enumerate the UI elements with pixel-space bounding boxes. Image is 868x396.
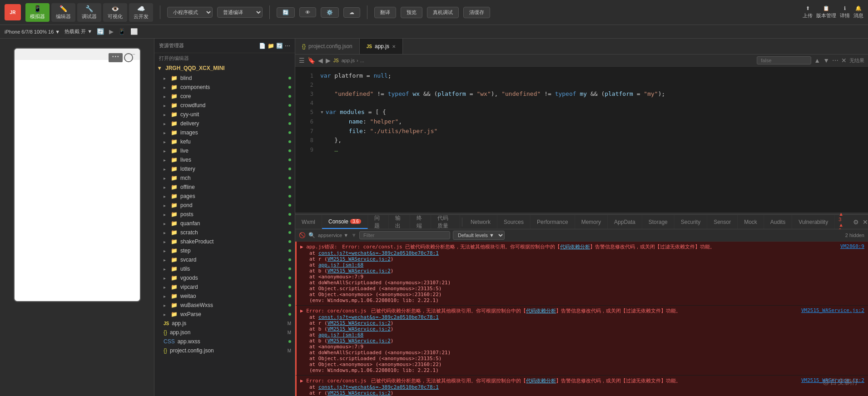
devtools-tab-mock[interactable]: Mock: [738, 215, 764, 229]
error-2-location[interactable]: VM2515_WAService.js:2: [801, 307, 864, 313]
filetree-item-live[interactable]: 📁live: [154, 146, 295, 155]
devtools-tab-sensor[interactable]: Sensor: [707, 215, 738, 229]
code-editor[interactable]: 1 var platform = null; 2 3 "undefined" !…: [295, 67, 868, 185]
error-1-arrow[interactable]: ▶ app.js错误:: [300, 244, 337, 250]
const-link-3[interactable]: const.js?t=wechat&s=-389c2a0510be70c78:1: [318, 384, 439, 390]
hotreload-button[interactable]: 热载截 开 ▼: [64, 28, 92, 35]
devtools-tab-vulnerability[interactable]: Vulnerability: [792, 215, 835, 229]
forward-button[interactable]: ▶: [326, 57, 331, 64]
dep-analysis-link-3[interactable]: 代码依赖分析: [526, 378, 556, 384]
filetree-item-components[interactable]: 📁components: [154, 83, 295, 92]
vm-link-1b[interactable]: VM2515_WAService.js:2: [327, 268, 391, 274]
settings-button[interactable]: ⚙️: [321, 7, 339, 18]
vm-link-2c[interactable]: VM2515_WAService.js:2: [327, 338, 391, 344]
filetree-item-scratch[interactable]: 📁scratch: [154, 228, 295, 237]
tab-appjs[interactable]: JS app.js ✕: [360, 39, 403, 54]
collapse-button[interactable]: ⋯: [285, 43, 290, 49]
search-options-button[interactable]: ⋯: [832, 57, 838, 64]
devtools-tab-audits[interactable]: Audits: [764, 215, 792, 229]
error-1-location[interactable]: VM2860:9: [840, 243, 864, 249]
tab-project-config[interactable]: {} project.config.json: [295, 39, 360, 54]
filetree-item-lottery[interactable]: 📁lottery: [154, 164, 295, 173]
filetree-item-images[interactable]: 📁images: [154, 128, 295, 137]
devtools-tab-quality[interactable]: 代码质量: [431, 215, 460, 229]
cloud-button[interactable]: ☁️ 云开发: [129, 3, 153, 22]
tab-close-button[interactable]: ✕: [392, 44, 396, 49]
filetree-item-weitao[interactable]: 📁weitao: [154, 292, 295, 301]
filetree-item-shakeProduct[interactable]: 📁shakeProduct: [154, 237, 295, 246]
new-folder-button[interactable]: 📁: [268, 43, 274, 49]
clear-storage-button[interactable]: 清缓存: [463, 7, 490, 18]
const-link-1[interactable]: const.js?t=wechat&s=-389c2a0510be70c78:1: [318, 250, 439, 256]
filetree-item-offline[interactable]: 📁offline: [154, 183, 295, 192]
compile-select[interactable]: 普通编译: [217, 7, 263, 18]
filetree-item-crowdfund[interactable]: 📁crowdfund: [154, 101, 295, 110]
search-input[interactable]: [757, 56, 811, 64]
refresh-button[interactable]: 🔄: [277, 7, 295, 18]
filetree-item-step[interactable]: 📁step: [154, 246, 295, 255]
version-mgmt-button[interactable]: 📋 版本管理: [816, 5, 836, 19]
filetree-item-svcard[interactable]: 📁svcard: [154, 255, 295, 264]
filetree-item-wuBaseWxss[interactable]: 📁wuBaseWxss: [154, 301, 295, 310]
filetree-item-pages[interactable]: 📁pages: [154, 192, 295, 201]
devtools-tab-wxml[interactable]: Wxml: [295, 215, 322, 229]
hamburger-button[interactable]: ☰: [299, 57, 305, 64]
eye-button[interactable]: 👁: [299, 7, 316, 17]
filetree-item-vipcard[interactable]: 📁vipcard: [154, 282, 295, 292]
filetree-item-blind[interactable]: 📁blind: [154, 74, 295, 83]
search-down-button[interactable]: ▼: [823, 57, 829, 64]
devtools-tab-network[interactable]: Network: [464, 215, 497, 229]
preview-button[interactable]: 预览: [401, 7, 422, 18]
devtools-tab-security[interactable]: Security: [675, 215, 707, 229]
app-sm-link-1[interactable]: app.js? [sm]:68: [318, 262, 363, 268]
filetree-item-projectconfig.json[interactable]: {}project.config.jsonM: [154, 346, 295, 355]
dep-analysis-link-1[interactable]: 代码依赖分析: [560, 244, 590, 250]
filetree-item-posts[interactable]: 📁posts: [154, 210, 295, 219]
square-button[interactable]: ⬜: [130, 28, 138, 35]
error-2-arrow[interactable]: ▶ Error: core/const.js: [300, 308, 367, 314]
filetree-item-pond[interactable]: 📁pond: [154, 201, 295, 210]
devtools-tab-sources[interactable]: Sources: [497, 215, 531, 229]
filetree-item-appwxss[interactable]: CSSapp.wxss: [154, 337, 295, 346]
devtools-tab-memory[interactable]: Memory: [575, 215, 608, 229]
devtools-tab-console[interactable]: Console 3.6: [322, 215, 368, 229]
clear-console-button[interactable]: 🚫: [299, 232, 306, 238]
refresh-tree-button[interactable]: 🔄: [276, 43, 283, 49]
vm-link-1a[interactable]: VM2515_WAService.js:2: [327, 256, 391, 262]
refresh-small-button[interactable]: 🔄: [97, 28, 104, 35]
filter-input[interactable]: [359, 231, 450, 239]
upload-button[interactable]: ⬆ 上传: [803, 5, 813, 19]
filetree-item-utils[interactable]: 📁utils: [154, 264, 295, 273]
filetree-item-mch[interactable]: 📁mch: [154, 173, 295, 183]
editor-button[interactable]: ✏️ 编辑器: [51, 3, 75, 22]
filetree-item-vgoods[interactable]: 📁vgoods: [154, 273, 295, 282]
messages-button[interactable]: 🔔 消息: [853, 5, 863, 19]
vm-link-3a[interactable]: VM2515_WAService.js:2: [327, 390, 391, 396]
bookmark-button[interactable]: 🔖: [308, 57, 315, 64]
devtools-tab-issues[interactable]: 问题: [368, 215, 389, 229]
back-button[interactable]: ◀: [318, 57, 323, 64]
devtools-tab-storage[interactable]: Storage: [642, 215, 675, 229]
real-machine-button[interactable]: 真机调试: [427, 7, 459, 18]
devtools-tab-output[interactable]: 输出: [389, 215, 410, 229]
search-up-button[interactable]: ▲: [814, 57, 820, 64]
simulator-button[interactable]: 📱 模拟器: [25, 3, 50, 22]
visual-button[interactable]: 👁️ 可视化: [103, 3, 127, 22]
devtools-tab-performance[interactable]: Performance: [531, 215, 575, 229]
search-close-button[interactable]: ✕: [841, 57, 847, 64]
filetree-item-wxParse[interactable]: 📁wxParse: [154, 310, 295, 319]
filetree-item-delivery[interactable]: 📁delivery: [154, 119, 295, 128]
filetree-item-kefu[interactable]: 📁kefu: [154, 137, 295, 146]
source-select[interactable]: appservice ▼: [318, 233, 348, 238]
filter-button[interactable]: 🔍: [308, 232, 315, 238]
const-link-2[interactable]: const.js?t=wechat&s=-389c2a0510be70c78:1: [318, 314, 439, 320]
new-file-button[interactable]: 📄: [259, 43, 266, 49]
devtools-tab-terminal[interactable]: 终端: [410, 215, 431, 229]
details-button[interactable]: ℹ 详情: [840, 5, 850, 19]
phone-button[interactable]: 📱: [118, 28, 126, 35]
filetree-item-quanfan[interactable]: 📁quanfan: [154, 219, 295, 228]
cloud2-button[interactable]: ☁: [343, 7, 360, 18]
app-sm-link-2[interactable]: app.js? [sm]:68: [318, 332, 363, 338]
level-select[interactable]: Default levels ▼: [453, 231, 505, 240]
filetree-item-appjs[interactable]: JSapp.jsM: [154, 319, 295, 328]
